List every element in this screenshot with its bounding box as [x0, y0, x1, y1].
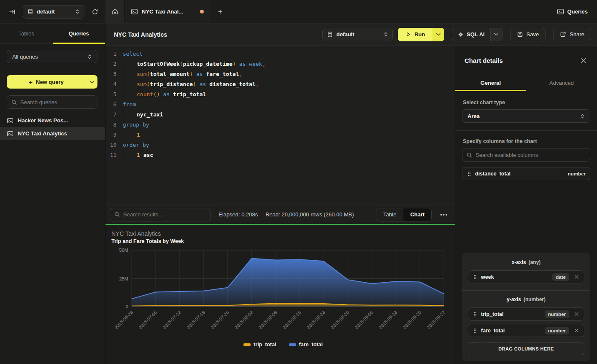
- svg-text:2015-07-05: 2015-07-05: [138, 310, 158, 330]
- chart-type-label: Select chart type: [463, 100, 590, 105]
- indent-guide: [123, 130, 137, 140]
- x-axis-title: x-axis (any): [468, 259, 584, 265]
- legend-item-fare_total[interactable]: fare_total: [289, 342, 323, 348]
- run-options-dropdown[interactable]: [432, 28, 444, 41]
- svg-text:2015-08-30: 2015-08-30: [330, 310, 350, 330]
- code-token: as: [160, 89, 173, 100]
- code-token: ): [193, 79, 196, 89]
- new-tab-button[interactable]: +: [210, 0, 230, 23]
- chart-subtitle: Trip and Fare Totals by Week: [111, 238, 455, 245]
- legend-label: fare_total: [299, 342, 323, 348]
- code-token: (: [146, 79, 150, 89]
- queries-link[interactable]: Queries: [567, 8, 588, 15]
- code-token: select: [123, 49, 143, 59]
- svg-text:50M: 50M: [119, 248, 128, 253]
- chart-type-select[interactable]: Area: [462, 109, 590, 123]
- editor-column: 1select2toStartOfWeek(pickup_datetime) a…: [105, 46, 455, 364]
- legend-label: trip_total: [254, 342, 276, 348]
- column-chip-distance_total[interactable]: distance_totalnumber: [462, 167, 590, 180]
- drag-handle-icon[interactable]: [473, 275, 477, 280]
- column-chip-fare_total[interactable]: fare_totalnumber: [468, 324, 584, 337]
- chevron-updown-icon: [580, 113, 585, 119]
- home-tab[interactable]: [105, 0, 125, 23]
- query-filter-select[interactable]: All queries: [7, 50, 97, 63]
- query-search[interactable]: [7, 95, 97, 109]
- collapse-sidebar-icon[interactable]: [6, 5, 19, 18]
- remove-column-icon[interactable]: [573, 274, 580, 280]
- chart-title: NYC Taxi Analytics: [111, 230, 455, 238]
- svg-text:2015-08-16: 2015-08-16: [282, 310, 302, 330]
- area-chart[interactable]: 025M50M2015-06-282015-07-052015-07-12201…: [111, 247, 455, 341]
- refresh-icon[interactable]: [89, 5, 101, 18]
- drag-columns-dropzone[interactable]: DRAG COLUMNS HERE: [468, 342, 584, 355]
- query-database-selector[interactable]: default: [322, 28, 393, 41]
- share-button[interactable]: Share: [553, 28, 591, 41]
- sql-ai-dropdown[interactable]: [490, 28, 502, 41]
- run-button[interactable]: Run: [398, 28, 444, 41]
- code-token: order by: [123, 140, 149, 150]
- remove-column-icon[interactable]: [573, 311, 580, 317]
- database-selector[interactable]: default: [23, 5, 84, 19]
- code-line: 4sum(trip_distance) as distance_total,: [105, 79, 455, 89]
- run-label: Run: [414, 31, 425, 38]
- new-query-button[interactable]: + New query: [7, 75, 97, 89]
- column-chip-week[interactable]: weekdate: [468, 270, 584, 283]
- query-icon: [7, 117, 14, 124]
- drag-handle-icon[interactable]: [473, 312, 477, 317]
- results-search-input[interactable]: [123, 211, 206, 218]
- columns-search[interactable]: [462, 148, 590, 162]
- view-toggle-chart[interactable]: Chart: [403, 208, 431, 221]
- query-header: NYC Taxi Analytics default Ru: [105, 24, 597, 46]
- sidebar-tab-queries[interactable]: Queries: [53, 24, 105, 43]
- tab-advanced[interactable]: Advanced: [526, 75, 597, 91]
- share-label: Share: [570, 31, 584, 38]
- legend-item-trip_total[interactable]: trip_total: [243, 342, 276, 348]
- column-type-badge: number: [545, 310, 569, 318]
- topbar-right: Queries: [230, 0, 597, 23]
- columns-label: Specify columns for the chart: [463, 138, 590, 144]
- close-icon[interactable]: [579, 56, 588, 65]
- sidebar-tab-tables[interactable]: Tables: [0, 24, 53, 43]
- svg-text:2015-08-09: 2015-08-09: [258, 310, 278, 330]
- results-search[interactable]: [110, 208, 211, 221]
- query-list-item[interactable]: Hacker News Pos...: [0, 114, 105, 127]
- line-number: 6: [105, 100, 116, 110]
- code-token: from: [123, 100, 136, 110]
- line-number: 8: [105, 120, 116, 130]
- svg-text:2015-08-23: 2015-08-23: [306, 310, 326, 330]
- svg-text:2015-08-02: 2015-08-02: [234, 310, 254, 330]
- column-name: week: [481, 274, 548, 280]
- query-search-input[interactable]: [20, 99, 95, 105]
- query-list-item[interactable]: NYC Taxi Analytics: [0, 127, 105, 140]
- view-toggle-table[interactable]: Table: [376, 208, 403, 221]
- chevron-updown-icon: [75, 9, 80, 14]
- code-token: group by: [123, 120, 149, 130]
- code-line: 91: [105, 130, 455, 140]
- save-button[interactable]: Save: [510, 28, 546, 41]
- code-token: fare_total: [206, 69, 239, 79]
- code-token: 1: [137, 150, 140, 160]
- code-line: 3sum(total_amount) as fare_total,: [105, 69, 455, 79]
- new-query-dropdown[interactable]: [86, 75, 97, 89]
- tab-general[interactable]: General: [455, 75, 526, 91]
- sql-editor[interactable]: 1select2toStartOfWeek(pickup_datetime) a…: [105, 46, 455, 205]
- drag-handle-icon[interactable]: [473, 328, 477, 333]
- indent-guide: [123, 69, 137, 79]
- column-chip-trip_total[interactable]: trip_totalnumber: [468, 307, 584, 321]
- code-token: total_amount: [150, 69, 189, 79]
- database-icon: [327, 31, 333, 38]
- chart-area: NYC Taxi Analytics Trip and Fare Totals …: [105, 225, 455, 364]
- tab-nyc-taxi-analytics[interactable]: NYC Taxi Anal...: [125, 0, 210, 23]
- svg-text:25M: 25M: [119, 276, 128, 281]
- columns-search-input[interactable]: [475, 152, 586, 158]
- remove-column-icon[interactable]: [573, 327, 580, 334]
- svg-text:2015-06-28: 2015-06-28: [113, 310, 134, 330]
- sql-ai-button[interactable]: ❖ SQL AI: [452, 28, 502, 41]
- more-options-icon[interactable]: •••: [439, 212, 449, 218]
- drag-handle-icon[interactable]: [467, 171, 471, 176]
- chart-details-header: Chart details: [455, 46, 597, 75]
- query-filter-value: All queries: [12, 54, 84, 60]
- code-line: 10order by: [105, 140, 455, 150]
- svg-text:2015-07-12: 2015-07-12: [162, 310, 182, 330]
- read-stat: Read: 20,000,000 rows (260.00 MB): [265, 211, 354, 218]
